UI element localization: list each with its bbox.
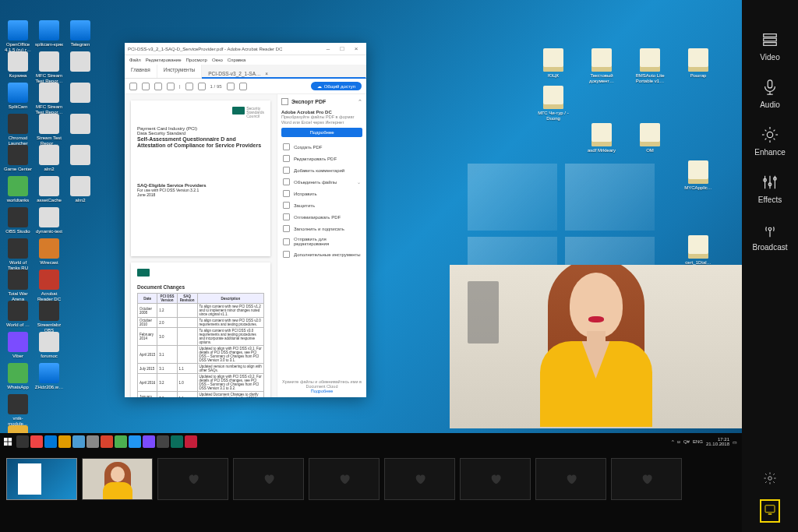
desktop-icon[interactable]: Рошгар <box>681 48 715 79</box>
desktop-icon[interactable] <box>65 145 95 167</box>
desktop-icon[interactable]: vntk-module… <box>3 394 33 426</box>
desktop-icon[interactable]: Streamlabz OBS <box>34 301 64 333</box>
windows-taskbar[interactable]: ^ ⧈ Q# ENG 17:2121.10.2018 ▭ <box>0 433 742 450</box>
close-button[interactable]: × <box>349 44 363 54</box>
share-button[interactable]: ☁ Общий доступ <box>311 82 362 90</box>
sidebar-enhance[interactable]: Enhance <box>747 126 793 157</box>
desktop-icon[interactable]: MFC Stream Test Repor… <box>34 83 64 115</box>
taskbar-app-4[interactable] <box>72 435 85 448</box>
desktop-icon[interactable]: MFC Stream Test Repor… <box>34 51 64 83</box>
print-icon[interactable] <box>142 83 150 90</box>
side-tool-item[interactable]: Отправить для редактирования <box>281 234 362 248</box>
learn-more-button[interactable]: Подробнее <box>281 128 362 137</box>
desktop-icon[interactable]: WhatsApp <box>3 363 33 390</box>
taskbar-app-5[interactable] <box>87 435 99 448</box>
desktop-icon[interactable]: Корзина <box>3 51 33 79</box>
desktop-icon[interactable]: Chromod Launcher <box>3 114 33 146</box>
taskbar-app-9[interactable] <box>143 435 155 448</box>
taskbar-app-11[interactable] <box>171 435 183 448</box>
side-tool-item[interactable]: Оптимизировать PDF <box>281 211 362 223</box>
pdf-viewport[interactable]: SecurityStandardsCouncil Payment Card In… <box>125 94 277 397</box>
taskbar-app-3[interactable] <box>58 435 71 448</box>
record-button[interactable] <box>760 499 780 523</box>
settings-button[interactable] <box>763 471 777 488</box>
webcam-preview[interactable] <box>450 265 742 428</box>
taskbar-acrobat[interactable] <box>185 435 197 448</box>
taskbar-app-8[interactable] <box>129 435 141 448</box>
desktop-icon[interactable]: dynamic-text <box>34 207 64 234</box>
desktop-icon[interactable]: SplitCam <box>3 83 33 110</box>
desktop-icon[interactable]: Total War Arena <box>3 270 33 301</box>
desktop-icon[interactable]: OpenOffice 4.1.5 (ru) r… <box>3 20 33 52</box>
desktop-icon[interactable]: ЮЦК <box>536 48 570 79</box>
search-icon[interactable] <box>167 83 175 90</box>
sidebar-broadcast[interactable]: Broadcast <box>747 221 793 252</box>
sidebar-audio[interactable]: Audio <box>747 79 793 109</box>
mail-icon[interactable] <box>154 83 162 90</box>
side-tool-item[interactable]: Создать PDF <box>281 141 362 153</box>
save-icon[interactable] <box>129 83 137 90</box>
start-button[interactable] <box>0 433 16 450</box>
tab-home[interactable]: Главная <box>125 65 157 78</box>
menu-edit[interactable]: Редактирование <box>146 58 182 62</box>
action-center-icon[interactable]: ▭ <box>733 439 737 445</box>
system-tray[interactable]: ^ ⧈ Q# ENG 17:2121.10.2018 ▭ <box>672 437 742 446</box>
desktop-icon[interactable]: assetCache <box>34 176 64 203</box>
network-icon[interactable]: ⧈ <box>677 439 680 445</box>
nav-up-icon[interactable] <box>185 83 193 90</box>
desktop-icon[interactable]: Game Center <box>3 145 33 172</box>
desktop-icon[interactable]: MYCApplic… <box>681 160 715 191</box>
sign-icon[interactable] <box>239 83 247 90</box>
desktop-icon[interactable] <box>65 83 95 104</box>
page-indicator[interactable]: 1 / 95 <box>210 84 222 89</box>
volume-icon[interactable]: Q# <box>683 439 690 444</box>
language-indicator[interactable]: ENG <box>693 439 703 444</box>
tray-icon[interactable]: ^ <box>672 439 674 444</box>
side-tool-item[interactable]: Добавить комментарий <box>281 164 362 176</box>
thumb-webcam[interactable] <box>82 458 153 500</box>
desktop-icon[interactable]: worldtanks <box>3 176 33 203</box>
sidebar-video[interactable]: Video <box>747 31 793 62</box>
minimize-button[interactable]: – <box>321 44 335 54</box>
side-tool-item[interactable]: Исправить <box>281 188 362 199</box>
sidebar-effects[interactable]: Effects <box>747 174 793 204</box>
desktop-icon[interactable]: cert_1Dtal… <box>681 235 715 266</box>
tab-document[interactable]: PCI-DSS-v3_2_1-SA… × <box>202 65 366 79</box>
export-pdf-section[interactable]: Экспорт PDF⌃ <box>281 98 362 105</box>
desktop-icon[interactable]: МГС Чи-тур / -Duong <box>536 86 570 121</box>
thumb-empty-1[interactable] <box>157 458 228 500</box>
menu-help[interactable]: Справка <box>228 58 246 62</box>
taskbar-app-1[interactable] <box>30 435 43 448</box>
thumb-empty-6[interactable] <box>535 458 606 500</box>
desktop-icon[interactable]: Wirecast <box>34 238 64 266</box>
menu-window[interactable]: Окно <box>212 58 223 62</box>
desktop-icon[interactable]: forumoc <box>34 332 64 359</box>
desktop-icon[interactable]: alm2 <box>65 176 95 203</box>
taskbar-app-7[interactable] <box>115 435 127 448</box>
desktop-icon[interactable]: RMSAuto Lite Portable v1… <box>633 48 667 83</box>
nav-down-icon[interactable] <box>198 83 206 90</box>
doc-cloud-link[interactable]: Подробнее <box>281 389 362 393</box>
taskbar-app-6[interactable] <box>101 435 113 448</box>
desktop-icon[interactable]: splitcam-кряк <box>34 20 64 48</box>
task-view-button[interactable] <box>16 435 29 448</box>
desktop-icon[interactable] <box>65 51 95 73</box>
thumb-empty-5[interactable] <box>460 458 531 500</box>
menu-file[interactable]: Файл <box>129 58 141 62</box>
desktop-icon[interactable]: World of … <box>3 301 33 328</box>
thumb-empty-7[interactable] <box>611 458 682 500</box>
thumb-empty-3[interactable] <box>309 458 380 500</box>
thumb-empty-2[interactable] <box>233 458 304 500</box>
taskbar-app-10[interactable] <box>157 435 169 448</box>
desktop-icon[interactable] <box>65 114 95 136</box>
window-titlebar[interactable]: PCI-DSS-v3_2_1-SAQ-D_ServiceProvider.pdf… <box>125 43 366 55</box>
zoom-icon[interactable] <box>227 83 235 90</box>
desktop-icon[interactable]: Stream Test Repor… <box>34 114 64 146</box>
desktop-icon[interactable]: OBS Studio <box>3 207 33 234</box>
menu-bar[interactable]: Файл Редактирование Просмотр Окно Справк… <box>125 55 366 65</box>
side-tool-item[interactable]: Дополнительные инструменты <box>281 248 362 260</box>
desktop-icon[interactable]: ZHdz206.w… <box>34 363 64 390</box>
desktop-icon[interactable]: Viber <box>3 332 33 359</box>
desktop-icon[interactable]: Текстовый документ… <box>584 48 619 83</box>
tab-tools[interactable]: Инструменты <box>157 65 203 78</box>
